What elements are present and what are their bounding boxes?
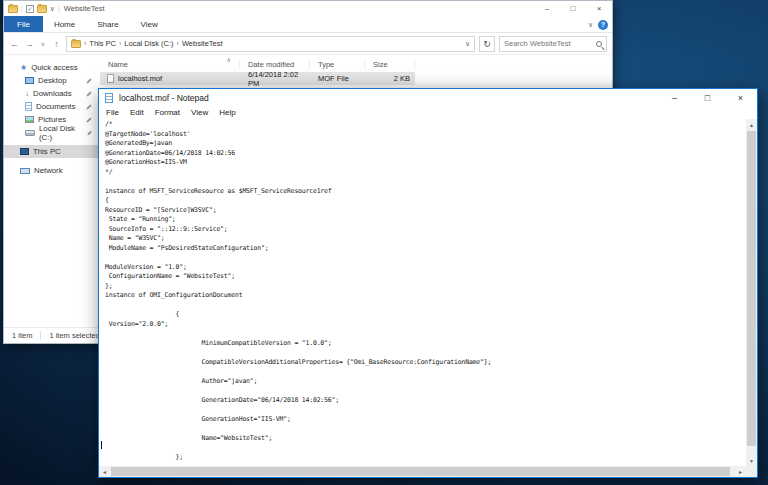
column-label: Date modified [248,60,294,69]
mof-file-content: /* @TargetNode='localhost' @GeneratedBy=… [99,119,746,462]
file-type: MOF File [310,74,365,83]
pin-icon [86,91,92,97]
sidebar-item-label: This PC [33,147,61,156]
notepad-text-area[interactable]: /* @TargetNode='localhost' @GeneratedBy=… [99,119,746,466]
file-name: localhost.mof [118,74,162,83]
vertical-scrollbar[interactable]: ▲ ▼ [746,119,757,466]
sidebar-item-this-pc[interactable]: This PC [4,145,100,158]
ribbon-tabs: File Home Share View ∨ ? [4,16,612,33]
up-icon[interactable]: ↑ [51,39,62,49]
breadcrumb-websitetest[interactable]: WebsiteTest [182,39,223,48]
sort-ascending-icon: ∧ [227,56,231,63]
scroll-up-icon[interactable]: ▲ [746,119,757,130]
explorer-window-title: WebsiteTest [64,4,105,13]
star-icon: ★ [20,64,27,72]
quick-access-toolbar: | ✓ ∨ | [8,5,60,13]
new-folder-icon[interactable] [37,5,47,13]
sidebar-item-quick-access[interactable]: ★ Quick access [4,61,100,74]
column-header-size[interactable]: Size [365,59,415,69]
menu-help[interactable]: Help [219,108,235,117]
notepad-titlebar[interactable]: localhost.mof - Notepad – □ × [99,89,757,106]
notepad-menubar: File Edit Format View Help [99,106,757,119]
tab-file[interactable]: File [4,16,43,32]
tab-home[interactable]: Home [43,16,86,32]
scroll-down-icon[interactable]: ▼ [746,455,757,466]
column-label: Size [373,60,388,69]
menu-view[interactable]: View [191,108,208,117]
vertical-scroll-thumb[interactable] [747,131,756,446]
horizontal-scroll-thumb[interactable] [111,467,730,476]
tab-view[interactable]: View [130,16,169,32]
sidebar-item-label: Network [34,166,63,175]
file-size: 2 KB [365,74,415,83]
drive-icon [25,130,35,136]
breadcrumb-local-disk[interactable]: Local Disk (C:) [124,39,173,48]
desktop-icon [25,77,34,84]
menu-edit[interactable]: Edit [130,108,144,117]
sidebar-item-desktop[interactable]: Desktop [4,74,100,87]
pictures-icon [25,116,34,123]
notepad-window: localhost.mof - Notepad – □ × File Edit … [98,88,758,478]
search-input[interactable] [504,39,596,48]
menu-file[interactable]: File [106,108,119,117]
column-header-date-modified[interactable]: Date modified [240,59,310,69]
horizontal-scrollbar[interactable]: ◄ ► [99,466,746,477]
properties-icon[interactable]: ✓ [26,5,34,13]
help-button[interactable]: ? [598,20,608,30]
pin-icon [86,117,92,123]
back-icon[interactable]: ← [9,39,20,49]
maximize-button[interactable]: □ [560,1,586,16]
address-bar[interactable]: › This PC › Local Disk (C:) › WebsiteTes… [66,36,475,52]
search-box[interactable] [499,36,607,52]
ribbon-collapse-icon[interactable]: ∨ [588,21,593,29]
sidebar-item-label: Local Disk (C:) [39,124,83,142]
breadcrumb-this-pc[interactable]: This PC [89,39,116,48]
column-header-name[interactable]: Name ∧ [100,59,240,69]
qat-separator: | [58,5,60,12]
file-row-localhost-mof[interactable]: localhost.mof 6/14/2018 2:02 PM MOF File… [100,72,415,85]
minimize-button[interactable]: – [658,89,691,106]
sidebar-item-downloads[interactable]: ↓ Downloads [4,87,100,100]
search-icon [596,41,602,47]
text-caret [101,441,102,449]
file-icon [107,74,114,83]
sidebar-item-local-disk[interactable]: Local Disk (C:) [4,126,100,139]
menu-format[interactable]: Format [155,108,180,117]
sidebar-item-label: Documents [36,102,75,111]
sidebar-item-label: Desktop [38,76,67,85]
computer-icon [20,148,29,155]
refresh-icon[interactable]: ↻ [479,36,495,52]
explorer-titlebar[interactable]: | ✓ ∨ | WebsiteTest – □ × [4,1,612,16]
navigation-toolbar: ← → ∨ ↑ › This PC › Local Disk (C:) › We… [4,33,612,55]
close-button[interactable]: × [724,89,757,106]
forward-icon[interactable]: → [24,39,35,49]
column-header-type[interactable]: Type [310,59,365,69]
qat-customize-icon[interactable]: ∨ [50,5,55,13]
maximize-button[interactable]: □ [691,89,724,106]
address-dropdown-icon[interactable]: ∨ [465,40,470,48]
document-icon [25,102,32,111]
sidebar-item-label: Quick access [31,63,77,72]
recent-locations-icon[interactable]: ∨ [39,40,47,47]
tab-share[interactable]: Share [86,16,129,32]
column-label: Name [108,60,128,69]
download-arrow-icon: ↓ [25,90,29,98]
resize-grip[interactable]: ⋱ [746,466,757,477]
pin-icon [87,130,92,135]
scroll-left-icon[interactable]: ◄ [99,466,110,477]
close-button[interactable]: × [586,1,612,16]
sidebar-item-label: Downloads [33,89,72,98]
notepad-app-icon [105,93,113,103]
qat-separator: | [21,5,23,12]
network-icon [20,168,30,174]
sidebar-item-documents[interactable]: Documents [4,100,100,113]
notepad-window-title: localhost.mof - Notepad [119,93,209,103]
column-label: Type [318,60,334,69]
scroll-right-icon[interactable]: ► [735,466,746,477]
minimize-button[interactable]: – [534,1,560,16]
item-count: 1 item [4,331,40,340]
sidebar-item-network[interactable]: Network [4,164,100,177]
column-headers: Name ∧ Date modified Type Size [100,57,612,71]
navigation-pane: ★ Quick access Desktop ↓ Downloads Docum… [4,55,100,311]
breadcrumb-separator: › [177,40,179,47]
